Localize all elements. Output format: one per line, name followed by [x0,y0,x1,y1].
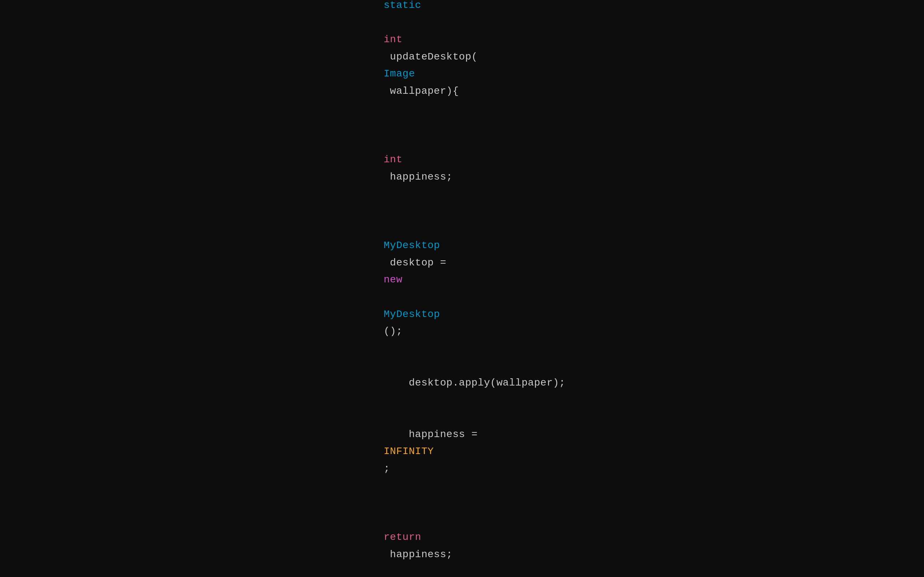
keyword-image: Image [384,68,415,79]
keyword-infinity: INFINITY [384,446,434,457]
code-line-5: happiness = INFINITY ; [359,409,565,495]
keyword-mydesktop-2: MyDesktop [384,309,440,320]
keyword-mydesktop-1: MyDesktop [384,240,440,251]
keyword-new: new [384,274,402,285]
code-block: private static int updateDesktop( Image … [359,0,565,577]
code-line-1: private static int updateDesktop( Image … [359,0,565,117]
keyword-return: return [384,532,421,543]
code-line-3: MyDesktop desktop = new MyDesktop (); [359,203,565,357]
keyword-static: static [384,0,421,11]
code-line-4: desktop.apply(wallpaper); [359,357,565,409]
keyword-int-1: int [384,34,402,45]
code-line-6: return happiness; [359,495,565,577]
keyword-int-2: int [384,154,402,165]
code-line-2: int happiness; [359,117,565,203]
